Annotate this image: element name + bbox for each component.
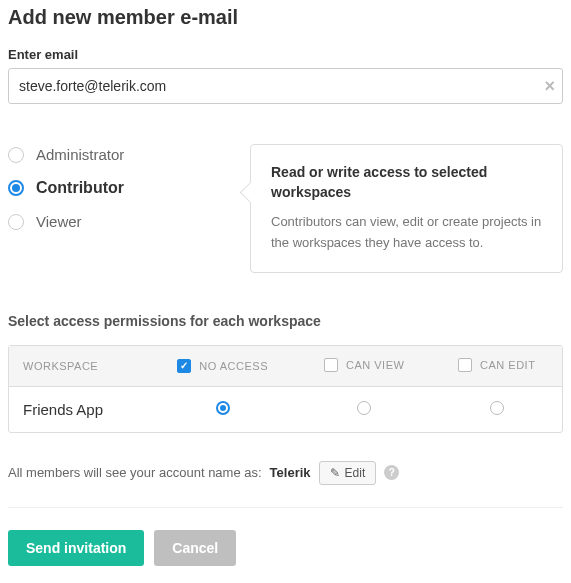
checkbox-icon [324, 358, 338, 372]
role-option-contributor[interactable]: Contributor [8, 179, 238, 197]
role-label: Viewer [36, 213, 82, 230]
edit-label: Edit [345, 466, 366, 480]
checkbox-icon [458, 358, 472, 372]
account-name: Telerik [270, 465, 311, 480]
role-label: Contributor [36, 179, 124, 197]
role-description-title: Read or write access to selected workspa… [271, 163, 542, 202]
permissions-table: WORKSPACE NO ACCESS CAN VIEW CAN EDIT [8, 345, 563, 433]
permission-radio-noaccess[interactable] [216, 401, 230, 415]
permission-radio-canedit[interactable] [490, 401, 504, 415]
role-option-viewer[interactable]: Viewer [8, 213, 238, 230]
clear-email-button[interactable]: × [544, 77, 555, 95]
edit-account-button[interactable]: ✎ Edit [319, 461, 377, 485]
radio-icon [8, 214, 24, 230]
help-icon[interactable]: ? [384, 465, 399, 480]
col-workspace: WORKSPACE [9, 346, 148, 387]
permission-radio-canview[interactable] [357, 401, 371, 415]
email-input[interactable] [8, 68, 563, 104]
account-prefix: All members will see your account name a… [8, 465, 262, 480]
workspace-name: Friends App [9, 387, 148, 432]
radio-icon [8, 180, 24, 196]
pencil-icon: ✎ [330, 466, 340, 480]
close-icon: × [544, 76, 555, 96]
col-no-access-label: NO ACCESS [199, 360, 268, 372]
email-label: Enter email [8, 47, 563, 62]
roles-list: AdministratorContributorViewer [8, 144, 238, 230]
checkbox-icon [177, 359, 191, 373]
role-description-body: Contributors can view, edit or create pr… [271, 212, 542, 254]
col-can-edit[interactable]: CAN EDIT [458, 358, 535, 372]
table-row: Friends App [9, 387, 562, 432]
radio-icon [8, 147, 24, 163]
role-label: Administrator [36, 146, 124, 163]
cancel-button[interactable]: Cancel [154, 530, 236, 566]
role-description-box: Read or write access to selected workspa… [250, 144, 563, 273]
col-can-edit-label: CAN EDIT [480, 359, 535, 371]
col-can-view-label: CAN VIEW [346, 359, 404, 371]
account-name-row: All members will see your account name a… [8, 461, 563, 508]
role-option-administrator[interactable]: Administrator [8, 146, 238, 163]
page-title: Add new member e-mail [8, 6, 563, 29]
col-no-access[interactable]: NO ACCESS [177, 359, 268, 373]
permissions-heading: Select access permissions for each works… [8, 313, 563, 329]
col-can-view[interactable]: CAN VIEW [324, 358, 404, 372]
send-invitation-button[interactable]: Send invitation [8, 530, 144, 566]
